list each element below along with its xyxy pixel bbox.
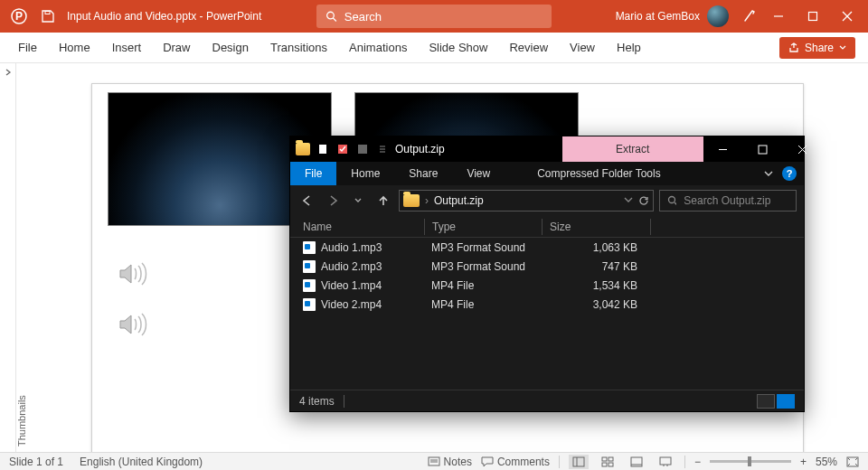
search-icon (667, 195, 676, 206)
ribbon-collapse-icon[interactable] (764, 169, 773, 178)
app-titlebar: P Input Audio and Video.pptx - PowerPoin… (0, 0, 868, 33)
dropdown-icon[interactable] (355, 142, 370, 156)
column-size[interactable]: Size (542, 219, 650, 235)
svg-rect-21 (573, 457, 584, 466)
explorer-maximize-button[interactable] (743, 136, 783, 162)
svg-rect-2 (45, 12, 50, 14)
zoom-in-button[interactable]: + (800, 456, 807, 468)
explorer-tab-share[interactable]: Share (394, 162, 452, 185)
nav-history-button[interactable] (348, 191, 368, 211)
file-row[interactable]: Audio 1.mp3 MP3 Format Sound 1,063 KB (290, 238, 804, 257)
document-title: Input Audio and Video.pptx - PowerPoint (67, 10, 261, 23)
explorer-title: Output.zip (390, 136, 445, 162)
properties-icon[interactable] (335, 142, 350, 156)
address-bar[interactable]: › Output.zip (399, 190, 654, 212)
svg-rect-6 (809, 13, 817, 21)
audio-icon-1[interactable] (116, 258, 148, 290)
tab-insert[interactable]: Insert (101, 33, 153, 63)
nav-forward-button[interactable] (323, 191, 343, 211)
account-button[interactable]: Mario at GemBox (609, 5, 736, 27)
slide-indicator[interactable]: Slide 1 of 1 (9, 456, 63, 468)
explorer-search[interactable] (659, 190, 797, 212)
nav-up-button[interactable] (373, 191, 393, 211)
file-icon (303, 260, 316, 273)
breadcrumb-sep: › (425, 194, 429, 207)
explorer-tab-view[interactable]: View (452, 162, 505, 185)
file-row[interactable]: Video 1.mp4 MP4 File 1,534 KB (290, 276, 804, 295)
svg-rect-9 (319, 145, 326, 154)
reading-view-button[interactable] (627, 455, 646, 469)
quick-access-pin-icon[interactable] (316, 142, 330, 156)
svg-rect-13 (759, 146, 767, 154)
column-type[interactable]: Type (424, 219, 542, 235)
coming-soon-icon[interactable] (740, 6, 760, 26)
overflow-icon[interactable] (375, 142, 390, 156)
share-button[interactable]: Share (779, 37, 855, 59)
file-row[interactable]: Audio 2.mp3 MP3 Format Sound 747 KB (290, 257, 804, 276)
tab-file[interactable]: File (7, 33, 48, 63)
ribbon-search[interactable] (316, 5, 552, 28)
normal-view-button[interactable] (569, 455, 589, 469)
thumbnails-view-button[interactable] (777, 394, 795, 409)
column-empty[interactable] (650, 219, 804, 235)
fit-to-window-button[interactable] (846, 456, 859, 467)
chevron-down-icon (839, 44, 846, 52)
zoom-slider[interactable] (710, 460, 791, 463)
extract-tab[interactable]: Extract (562, 136, 703, 162)
details-view-button[interactable] (757, 394, 775, 409)
svg-point-16 (669, 197, 675, 203)
thumbnails-pane-collapsed[interactable] (0, 63, 16, 452)
zoom-level[interactable]: 55% (816, 456, 837, 468)
tab-animations[interactable]: Animations (338, 33, 418, 63)
explorer-tab-file[interactable]: File (290, 162, 336, 185)
column-name[interactable]: Name (290, 221, 424, 233)
svg-rect-23 (602, 457, 607, 461)
tab-review[interactable]: Review (498, 33, 559, 63)
zoom-out-button[interactable]: − (694, 456, 701, 468)
language-indicator[interactable]: English (United Kingdom) (80, 456, 203, 468)
search-input[interactable] (344, 10, 542, 24)
audio-icon-2[interactable] (116, 308, 148, 341)
tab-design[interactable]: Design (202, 33, 259, 63)
folder-icon (403, 194, 420, 207)
share-icon (788, 42, 799, 53)
explorer-close-button[interactable] (783, 136, 823, 162)
svg-rect-26 (609, 463, 613, 466)
explorer-tab-compressed-tools[interactable]: Compressed Folder Tools (523, 162, 675, 185)
minimize-button[interactable] (763, 0, 794, 33)
sorter-view-button[interactable] (598, 455, 618, 469)
explorer-tab-home[interactable]: Home (336, 162, 394, 185)
save-icon[interactable] (38, 6, 58, 26)
maximize-button[interactable] (797, 0, 828, 33)
svg-rect-11 (358, 145, 367, 154)
slideshow-view-button[interactable] (656, 455, 675, 469)
explorer-minimize-button[interactable] (703, 136, 743, 162)
tab-slideshow[interactable]: Slide Show (418, 33, 498, 63)
file-icon (303, 241, 316, 254)
explorer-titlebar[interactable]: Output.zip Extract (290, 136, 804, 162)
file-list: Audio 1.mp3 MP3 Format Sound 1,063 KB Au… (290, 238, 804, 390)
refresh-icon[interactable] (638, 195, 649, 206)
svg-point-3 (327, 12, 335, 19)
breadcrumb[interactable]: Output.zip (434, 194, 484, 207)
comments-button[interactable]: Comments (481, 456, 550, 468)
nav-back-button[interactable] (297, 191, 317, 211)
powerpoint-icon: P (9, 6, 29, 26)
svg-text:P: P (15, 10, 23, 23)
tab-help[interactable]: Help (606, 33, 652, 63)
explorer-search-input[interactable] (684, 194, 788, 207)
close-button[interactable] (832, 0, 863, 33)
tab-draw[interactable]: Draw (152, 33, 201, 63)
column-headers: Name Type Size (290, 216, 804, 238)
tab-home[interactable]: Home (48, 33, 101, 63)
explorer-navbar: › Output.zip (290, 185, 804, 216)
file-row[interactable]: Video 2.mp4 MP4 File 3,042 KB (290, 295, 804, 314)
explorer-statusbar: 4 items (290, 390, 804, 411)
help-icon[interactable]: ? (782, 166, 797, 181)
tab-view[interactable]: View (559, 33, 606, 63)
tab-transitions[interactable]: Transitions (259, 33, 338, 63)
avatar (707, 5, 729, 27)
address-dropdown-icon[interactable] (624, 195, 633, 204)
notes-button[interactable]: Notes (428, 456, 472, 468)
svg-line-17 (675, 202, 676, 205)
